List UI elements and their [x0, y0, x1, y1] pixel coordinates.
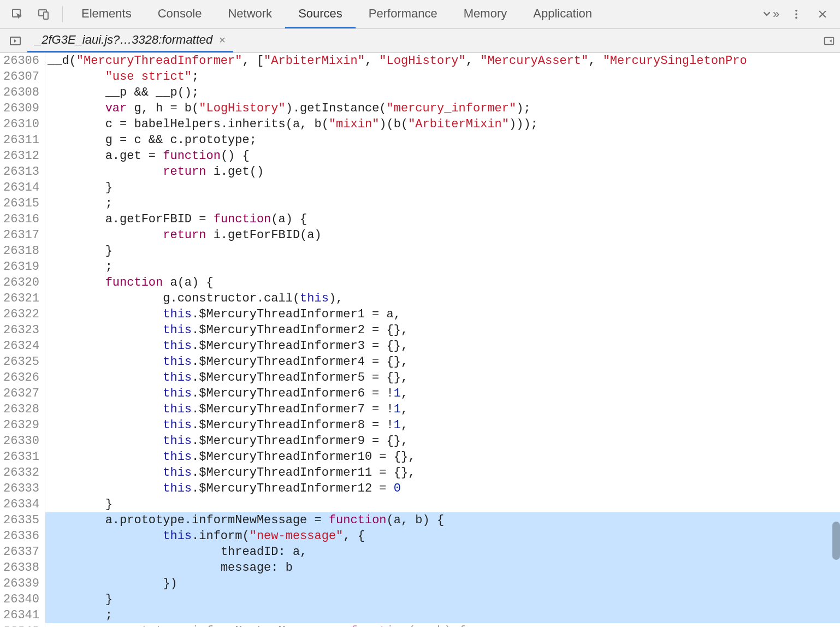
line-number[interactable]: 26323	[3, 322, 39, 338]
line-number[interactable]: 26308	[3, 85, 39, 100]
line-number[interactable]: 26325	[3, 354, 39, 370]
more-tabs-icon[interactable]: »	[760, 4, 780, 24]
line-number[interactable]: 26326	[3, 370, 39, 386]
navigator-toggle-icon[interactable]	[7, 32, 24, 50]
code-line[interactable]: ;	[45, 607, 840, 623]
kebab-menu-icon[interactable]	[786, 4, 806, 24]
code-line[interactable]: __d("MercuryThreadInformer", ["ArbiterMi…	[45, 53, 840, 69]
tab-sources[interactable]: Sources	[285, 0, 356, 28]
code-line[interactable]: message: b	[45, 560, 840, 576]
tab-console[interactable]: Console	[145, 0, 215, 28]
code-line[interactable]: this.$MercuryThreadInformer10 = {},	[45, 449, 840, 465]
code-line[interactable]: this.$MercuryThreadInformer1 = a,	[45, 306, 840, 322]
scrollbar-thumb[interactable]	[832, 522, 840, 560]
code-line[interactable]: threadID: a,	[45, 544, 840, 560]
tab-elements[interactable]: Elements	[68, 0, 145, 28]
code-line[interactable]: this.$MercuryThreadInformer7 = !1,	[45, 401, 840, 417]
code-line[interactable]: this.$MercuryThreadInformer11 = {},	[45, 465, 840, 481]
line-number[interactable]: 26307	[3, 69, 39, 85]
line-number[interactable]: 26318	[3, 243, 39, 259]
line-number[interactable]: 26322	[3, 306, 39, 322]
device-toggle-icon[interactable]	[34, 4, 54, 24]
code-line[interactable]: this.$MercuryThreadInformer2 = {},	[45, 322, 840, 338]
line-number[interactable]: 26340	[3, 591, 39, 607]
line-number[interactable]: 26331	[3, 449, 39, 465]
line-number[interactable]: 26327	[3, 386, 39, 401]
line-number[interactable]: 26306	[3, 53, 39, 69]
code-line[interactable]: this.$MercuryThreadInformer9 = {},	[45, 433, 840, 449]
line-number[interactable]: 26321	[3, 291, 39, 306]
file-tab-active[interactable]: _2fG3E_iaui.js?…3328:formatted ×	[27, 29, 233, 52]
line-number[interactable]: 26328	[3, 401, 39, 417]
debugger-sidebar-toggle-icon[interactable]	[821, 33, 837, 49]
code-line[interactable]: }	[45, 591, 840, 607]
line-number[interactable]: 26317	[3, 227, 39, 243]
line-number[interactable]: 26333	[3, 481, 39, 496]
code-line[interactable]: a.getForFBID = function(a) {	[45, 211, 840, 227]
line-number[interactable]: 26332	[3, 465, 39, 481]
code-line[interactable]: }	[45, 243, 840, 259]
line-number[interactable]: 26310	[3, 116, 39, 132]
code-line[interactable]: var g, h = b("LogHistory").getInstance("…	[45, 100, 840, 116]
code-line[interactable]: }	[45, 180, 840, 196]
line-number[interactable]: 26314	[3, 180, 39, 196]
line-number-gutter[interactable]: 2630626307263082630926310263112631226313…	[0, 53, 45, 627]
file-tabs-bar: _2fG3E_iaui.js?…3328:formatted ×	[0, 29, 840, 53]
line-number[interactable]: 26329	[3, 417, 39, 433]
code-line[interactable]: }	[45, 496, 840, 512]
code-line[interactable]: return i.get()	[45, 164, 840, 180]
code-line[interactable]: return i.getForFBID(a)	[45, 227, 840, 243]
code-line[interactable]: "use strict";	[45, 69, 840, 85]
line-number[interactable]: 26315	[3, 196, 39, 211]
line-number[interactable]: 26312	[3, 148, 39, 164]
line-number[interactable]: 26320	[3, 275, 39, 291]
line-number[interactable]: 26311	[3, 132, 39, 148]
code-line[interactable]: this.$MercuryThreadInformer12 = 0	[45, 481, 840, 496]
code-line[interactable]: g = c && c.prototype;	[45, 132, 840, 148]
source-code-viewer[interactable]: 2630626307263082630926310263112631226313…	[0, 53, 840, 627]
close-devtools-icon[interactable]	[813, 4, 832, 24]
close-icon[interactable]: ×	[219, 34, 226, 45]
tab-performance[interactable]: Performance	[356, 0, 451, 28]
file-tab-name: _2fG3E_iaui.js?…3328:formatted	[35, 33, 212, 47]
line-number[interactable]: 26342	[3, 623, 39, 627]
code-line[interactable]: })	[45, 576, 840, 591]
line-number[interactable]: 26338	[3, 560, 39, 576]
code-line[interactable]: a.get = function() {	[45, 148, 840, 164]
code-line[interactable]: this.$MercuryThreadInformer8 = !1,	[45, 417, 840, 433]
inspect-element-icon[interactable]	[8, 4, 27, 24]
code-line[interactable]: this.$MercuryThreadInformer3 = {},	[45, 338, 840, 354]
code-line[interactable]: this.$MercuryThreadInformer4 = {},	[45, 354, 840, 370]
code-line[interactable]: ;	[45, 259, 840, 275]
line-number[interactable]: 26330	[3, 433, 39, 449]
code-line[interactable]: this.$MercuryThreadInformer6 = !1,	[45, 386, 840, 401]
code-content[interactable]: __d("MercuryThreadInformer", ["ArbiterMi…	[45, 53, 840, 627]
line-number[interactable]: 26337	[3, 544, 39, 560]
code-line[interactable]: this.inform("new-message", {	[45, 528, 840, 544]
code-line[interactable]: ;	[45, 196, 840, 211]
line-number[interactable]: 26334	[3, 496, 39, 512]
code-line[interactable]: function a(a) {	[45, 275, 840, 291]
line-number[interactable]: 26341	[3, 607, 39, 623]
toolbar-right: »	[757, 4, 836, 24]
code-line[interactable]: g.constructor.call(this),	[45, 291, 840, 306]
devtools-toolbar: ElementsConsoleNetworkSourcesPerformance…	[0, 0, 840, 29]
line-number[interactable]: 26313	[3, 164, 39, 180]
code-line[interactable]: this.$MercuryThreadInformer5 = {},	[45, 370, 840, 386]
line-number[interactable]: 26309	[3, 100, 39, 116]
tab-network[interactable]: Network	[215, 0, 285, 28]
code-line[interactable]: a.prototype.informNewMessage = function(…	[45, 512, 840, 528]
code-line[interactable]: __p && __p();	[45, 85, 840, 100]
line-number[interactable]: 26319	[3, 259, 39, 275]
code-line[interactable]: c = babelHelpers.inherits(a, b("mixin")(…	[45, 116, 840, 132]
line-number[interactable]: 26316	[3, 211, 39, 227]
tab-application[interactable]: Application	[520, 0, 605, 28]
line-number[interactable]: 26336	[3, 528, 39, 544]
tab-memory[interactable]: Memory	[451, 0, 520, 28]
line-number[interactable]: 26335	[3, 512, 39, 528]
line-number[interactable]: 26324	[3, 338, 39, 354]
toolbar-divider	[62, 6, 63, 22]
code-line[interactable]: a.prototype.informNewLogMessage = functi…	[45, 623, 840, 627]
svg-point-5	[795, 17, 797, 19]
line-number[interactable]: 26339	[3, 576, 39, 591]
